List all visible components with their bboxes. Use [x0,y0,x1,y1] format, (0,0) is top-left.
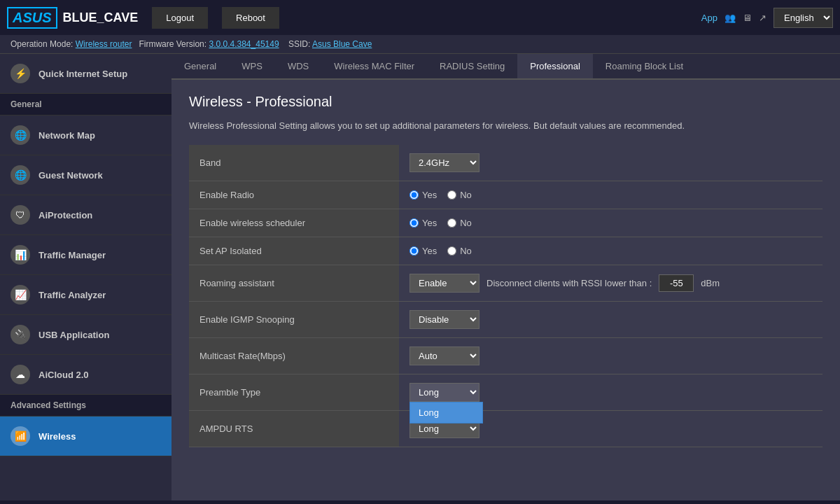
tabs: General WPS WDS Wireless MAC Filter RADI… [172,54,840,80]
ap-isolated-no[interactable] [447,246,456,255]
sidebar-item-usb-application[interactable]: 🔌 USB Application [0,315,172,355]
sidebar-label-traffic-analyzer: Traffic Analyzer [38,290,106,300]
multicast-rate-label: Multicast Rate(Mbps) [189,338,399,374]
sidebar-label-network-map: Network Map [38,130,95,141]
table-row-ap-isolated: Set AP Isolated Yes No [189,237,822,265]
advanced-section-label: Advanced Settings [0,395,172,416]
share-icon[interactable]: ↗ [759,13,766,23]
tab-wds[interactable]: WDS [275,54,321,78]
sidebar-label-usb-application: USB Application [38,330,109,340]
wireless-scheduler-group: Yes No [410,218,812,228]
sidebar-item-traffic-analyzer[interactable]: 📈 Traffic Analyzer [0,275,172,315]
sidebar-label-guest-network: Guest Network [38,170,103,181]
aicloud-icon: ☁ [10,365,30,384]
sidebar-label-wireless: Wireless [38,431,76,442]
tab-radius-setting[interactable]: RADIUS Setting [427,54,517,78]
preamble-dropdown[interactable]: Long [410,402,483,424]
wireless-scheduler-yes-label[interactable]: Yes [410,218,437,228]
wireless-scheduler-no[interactable] [447,218,456,227]
wireless-scheduler-yes[interactable] [410,218,419,227]
language-select[interactable]: English [774,8,833,28]
sidebar-item-network-map[interactable]: 🌐 Network Map [0,115,172,155]
tab-wps[interactable]: WPS [229,54,275,78]
tab-professional[interactable]: Professional [517,54,593,78]
igmp-snooping-select[interactable]: Disable Enable [410,310,479,329]
wireless-icon: 📶 [10,426,30,446]
guest-network-icon: 🌐 [10,165,30,185]
sub-header: Operation Mode: Wireless router Firmware… [0,35,840,54]
sidebar-item-traffic-manager[interactable]: 📊 Traffic Manager [0,235,172,275]
rssi-input[interactable] [659,274,694,292]
app-link[interactable]: App [701,13,718,23]
table-row-band: Band 2.4GHz 5GHz [189,145,822,181]
ssid-value[interactable]: Asus Blue Cave [312,39,372,49]
table-row-enable-radio: Enable Radio Yes No [189,181,822,209]
operation-mode-value[interactable]: Wireless router [76,39,132,49]
page-content: Wireless - Professional Wireless Profess… [172,80,840,500]
table-row-preamble-type: Preamble Type Long Short Long [189,374,822,411]
sidebar-item-aiprotection[interactable]: 🛡 AiProtection [0,195,172,235]
sidebar-label-aiprotection: AiProtection [38,210,92,220]
tab-roaming-block-list[interactable]: Roaming Block List [593,54,696,78]
table-row-igmp-snooping: Enable IGMP Snooping Disable Enable [189,302,822,338]
ap-isolated-yes-label[interactable]: Yes [410,246,437,256]
band-label: Band [189,145,399,181]
igmp-snooping-value: Disable Enable [399,302,822,338]
ap-isolated-label: Set AP Isolated [189,237,399,265]
sidebar-item-quick-setup[interactable]: ⚡ Quick Internet Setup [0,54,172,94]
rssi-label: Disconnect clients with RSSI lower than … [486,278,652,288]
band-select[interactable]: 2.4GHz 5GHz [410,153,479,172]
preamble-type-value: Long Short Long [399,374,822,411]
rssi-unit: dBm [701,278,720,288]
roaming-assistant-value: Enable Disable Disconnect clients with R… [399,265,822,302]
router-name: BLUE_CAVE [63,10,139,25]
header: ASUS BLUE_CAVE Logout Reboot App 👥 🖥 ↗ E… [0,0,840,35]
preamble-type-label: Preamble Type [189,374,399,411]
multicast-rate-select[interactable]: Auto 1 2 5.5 11 [410,346,479,365]
enable-radio-yes-label[interactable]: Yes [410,190,437,200]
igmp-snooping-label: Enable IGMP Snooping [189,302,399,338]
sidebar-item-guest-network[interactable]: 🌐 Guest Network [0,155,172,195]
network-map-icon: 🌐 [10,125,30,145]
firmware-value[interactable]: 3.0.0.4.384_45149 [209,39,279,49]
enable-radio-yes[interactable] [410,190,419,200]
ssid-label: SSID: [288,39,310,49]
aiprotection-icon: 🛡 [10,205,30,225]
page-description: Wireless Professional Setting allows you… [189,120,822,131]
monitor-icon[interactable]: 🖥 [743,13,752,23]
operation-mode-label: Operation Mode: [10,39,73,49]
ap-isolated-yes[interactable] [410,246,419,255]
table-row-ampdu-rts: AMPDU RTS Long Short [189,411,822,447]
multicast-rate-value: Auto 1 2 5.5 11 [399,338,822,374]
wireless-scheduler-value: Yes No [399,209,822,237]
tab-general[interactable]: General [172,54,229,78]
sidebar-item-aicloud[interactable]: ☁ AiCloud 2.0 [0,355,172,395]
ampdu-rts-label: AMPDU RTS [189,411,399,447]
enable-radio-no[interactable] [447,190,456,200]
logout-button[interactable]: Logout [152,7,208,29]
ap-isolated-no-label[interactable]: No [447,246,472,256]
preamble-option-long[interactable]: Long [410,402,482,423]
table-row-multicast-rate: Multicast Rate(Mbps) Auto 1 2 5.5 11 [189,338,822,374]
asus-logo: ASUS [7,7,57,29]
ap-isolated-group: Yes No [410,246,812,256]
usb-application-icon: 🔌 [10,325,30,344]
enable-radio-no-label[interactable]: No [447,190,472,200]
layout: ⚡ Quick Internet Setup General 🌐 Network… [0,54,840,500]
sidebar-label-aicloud: AiCloud 2.0 [38,370,89,380]
roaming-assistant-select[interactable]: Enable Disable [410,274,479,293]
wireless-scheduler-no-label[interactable]: No [447,218,472,228]
sidebar-label-traffic-manager: Traffic Manager [38,250,106,260]
preamble-type-select[interactable]: Long Short [410,383,479,402]
ap-isolated-value: Yes No [399,237,822,265]
reboot-button[interactable]: Reboot [222,7,279,29]
quick-setup-icon: ⚡ [10,64,30,83]
tab-wireless-mac-filter[interactable]: Wireless MAC Filter [321,54,427,78]
traffic-manager-icon: 📊 [10,245,30,265]
enable-radio-value: Yes No [399,181,822,209]
band-value: 2.4GHz 5GHz [399,145,822,181]
sidebar-item-wireless[interactable]: 📶 Wireless [0,416,172,456]
preamble-type-container: Long Short Long [410,383,479,402]
users-icon[interactable]: 👥 [724,13,736,23]
header-right: App 👥 🖥 ↗ English [701,8,833,28]
